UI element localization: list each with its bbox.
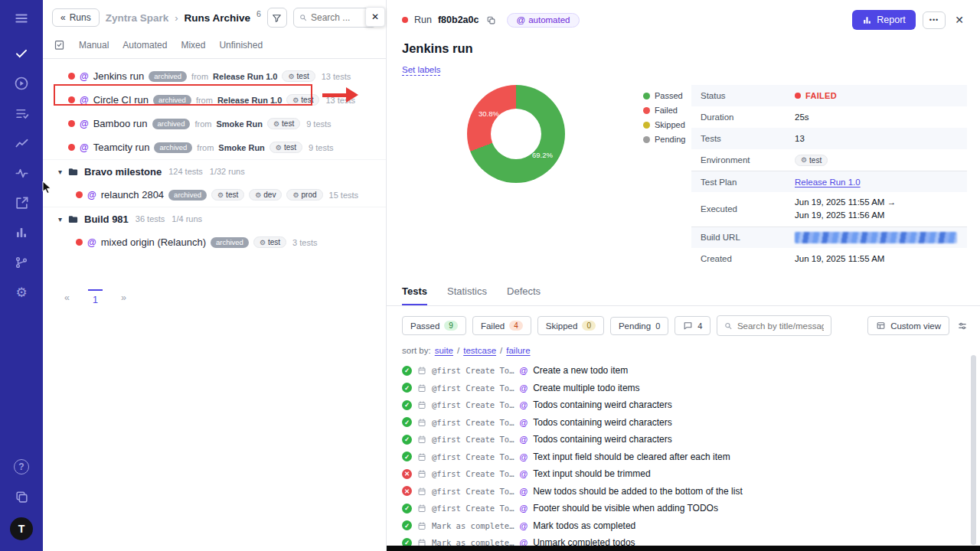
comments-count: 4 [697, 321, 702, 331]
activity-pulse-icon[interactable] [12, 164, 31, 182]
pending-count: 0 [655, 321, 660, 331]
executed-start: Jun 19, 2025 11:55 AM → [795, 197, 896, 207]
calendar-icon [417, 521, 426, 530]
legend-pending: Pending [643, 135, 685, 144]
runs-list-icon[interactable] [12, 104, 31, 122]
line-chart-icon[interactable] [12, 134, 31, 152]
filter-pending-button[interactable]: Pending 0 [610, 317, 668, 335]
run-tests-count: 13 tests [322, 72, 351, 81]
runs-search-input[interactable] [311, 12, 371, 23]
bar-chart-icon[interactable] [12, 223, 31, 242]
run-row-teamcity[interactable]: @ Teamcity run archived from Smoke Run ⚙… [43, 135, 386, 159]
archived-badge: archived [153, 95, 191, 106]
custom-view-button[interactable]: Custom view [867, 316, 949, 335]
tab-defects[interactable]: Defects [507, 285, 541, 305]
report-button[interactable]: Report [852, 10, 916, 30]
projects-icon[interactable] [12, 487, 31, 506]
chart-legend: Passed Failed Skipped Pending [643, 91, 685, 144]
folder-row-build-981[interactable]: ▾ Build 981 36 tests 1/4 runs [43, 207, 386, 230]
tests-value: 13 [795, 134, 805, 143]
filter-button[interactable] [267, 8, 287, 28]
filter-failed-button[interactable]: Failed 4 [472, 316, 531, 335]
breadcrumb-current: Runs Archive [185, 12, 251, 24]
detail-row-tests: Tests 13 [691, 128, 967, 149]
breadcrumb-project[interactable]: Zyntra Spark [106, 12, 169, 24]
test-row[interactable]: ✓ @first Create To… @ Todos containing w… [402, 396, 980, 414]
git-branch-icon[interactable] [12, 253, 31, 272]
passed-icon: ✓ [402, 452, 412, 461]
check-icon[interactable] [12, 44, 31, 63]
test-search-input[interactable] [737, 321, 825, 331]
gear-icon[interactable]: ⚙ [12, 283, 31, 302]
tab-automated[interactable]: Automated [122, 40, 167, 51]
test-row[interactable]: ✓ Mark as complete… @ Mark todos as comp… [402, 517, 980, 535]
menu-icon[interactable] [12, 9, 31, 28]
tab-manual[interactable]: Manual [79, 40, 109, 51]
run-tests-count: 15 tests [329, 191, 359, 200]
test-row[interactable]: ✓ @first Create To… @ Create multiple to… [402, 380, 980, 397]
test-list: ✓ @first Create To… @ Create a new todo … [387, 361, 980, 551]
filter-passed-button[interactable]: Passed 9 [402, 316, 466, 335]
bulk-select-icon[interactable] [54, 39, 65, 51]
run-row-jenkins[interactable]: @ Jenkins run archived from Release Run … [43, 64, 386, 88]
run-row-mixed-origin[interactable]: @ mixed origin (Relaunch) archived ⚙test… [43, 230, 386, 254]
test-row[interactable]: ✕ @first Create To… @ New todos should b… [402, 483, 980, 500]
suite-name: Mark as complete… [432, 521, 514, 530]
run-row-relaunch-2804[interactable]: @ relaunch 2804 archived ⚙test ⚙dev ⚙pro… [43, 183, 386, 207]
run-tests-count: 3 tests [292, 238, 317, 247]
detail-row-test-plan: Test Plan Release Run 1.0 [691, 171, 967, 192]
detail-close-button[interactable]: ✕ [952, 14, 966, 26]
automated-run-icon: @ [80, 142, 89, 153]
filter-comments-button[interactable]: 4 [675, 316, 710, 335]
tab-tests[interactable]: Tests [402, 285, 427, 305]
folder-row-bravo-milestone[interactable]: ▾ Bravo milestone 124 tests 1/32 runs [43, 159, 386, 183]
sort-by-testcase[interactable]: testcase [463, 346, 496, 355]
sort-by-failure[interactable]: failure [506, 346, 530, 355]
sort-by-suite[interactable]: suite [435, 346, 453, 355]
tab-statistics[interactable]: Statistics [447, 285, 487, 305]
app-logo[interactable]: T [10, 517, 33, 540]
page-number-1[interactable]: 1 [88, 289, 103, 305]
from-run-name: Smoke Run [216, 119, 263, 129]
export-icon[interactable] [12, 194, 31, 212]
tab-unfinished[interactable]: Unfinished [219, 40, 263, 51]
run-list: @ Jenkins run archived from Release Run … [43, 59, 386, 254]
run-row-bamboo[interactable]: @ Bamboo run archived from Smoke Run ⚙te… [43, 112, 386, 135]
app: ⚙ ? T « Runs Zyntra Spark › Runs Archive… [0, 0, 980, 551]
filter-skipped-button[interactable]: Skipped 0 [537, 316, 604, 335]
gear-icon: ⚙ [273, 120, 279, 128]
copy-icon[interactable] [486, 15, 496, 25]
back-to-runs-button[interactable]: « Runs [52, 8, 100, 27]
panel-close-button[interactable]: ✕ [365, 7, 385, 27]
test-plan-link[interactable]: Release Run 1.0 [795, 178, 861, 187]
test-row[interactable]: ✓ @first Create To… @ Todos containing w… [402, 431, 980, 448]
failed-count-chip: 4 [509, 321, 523, 331]
folder-icon [67, 166, 79, 178]
runs-search[interactable] [293, 8, 377, 28]
test-row[interactable]: ✓ @first Create To… @ Text input field s… [402, 448, 980, 466]
test-row[interactable]: ✓ @first Create To… @ Todos containing w… [402, 414, 980, 432]
folder-runs-count: 1/4 runs [172, 214, 202, 223]
folder-title: Bravo milestone [84, 166, 162, 178]
help-icon[interactable]: ? [12, 458, 31, 476]
test-row[interactable]: ✓ @first Create To… @ Footer should be v… [402, 500, 980, 517]
test-row[interactable]: ✓ @first Create To… @ Create a new todo … [402, 362, 980, 380]
tag-label: test [282, 119, 294, 128]
tag-test: ⚙test [282, 70, 315, 82]
play-circle-icon[interactable] [12, 74, 31, 93]
pending-dot [643, 136, 650, 143]
chevron-down-icon[interactable]: ▾ [58, 168, 62, 176]
tab-mixed[interactable]: Mixed [181, 40, 205, 51]
scrollbar[interactable] [971, 355, 976, 545]
display-settings-icon[interactable] [956, 319, 969, 333]
test-row[interactable]: ✕ @first Create To… @ Text input should … [402, 465, 980, 483]
run-row-circle-ci[interactable]: @ Circle CI run archived from Release Ru… [43, 88, 386, 112]
passed-slice-label: 69.2% [532, 151, 553, 159]
mixed-run-icon: @ [87, 190, 96, 201]
set-labels-link[interactable]: Set labels [402, 65, 441, 74]
more-options-button[interactable]: ••• [923, 11, 946, 29]
chevron-down-icon[interactable]: ▾ [58, 215, 62, 223]
test-search[interactable] [717, 315, 831, 336]
page-prev-button[interactable]: « [64, 292, 70, 303]
page-next-button[interactable]: » [121, 292, 126, 303]
